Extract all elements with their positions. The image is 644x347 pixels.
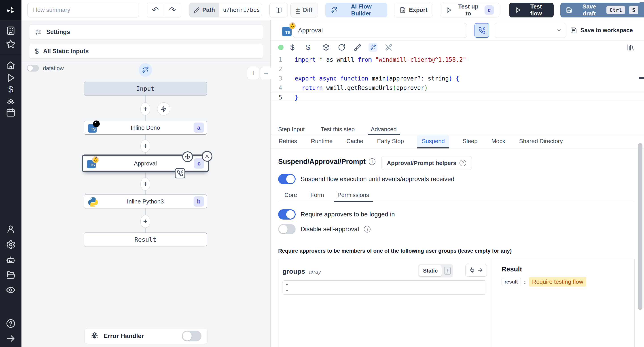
save-draft-button[interactable]: Save draft Ctrl S xyxy=(560,3,644,18)
docs-book-button[interactable] xyxy=(270,3,288,18)
schedules-calendar-icon[interactable] xyxy=(6,108,16,118)
graph-ai-wand-button[interactable] xyxy=(139,63,152,77)
graph-node-inline-python3[interactable]: Inline Python3 b xyxy=(84,194,207,208)
move-step-button[interactable] xyxy=(182,151,193,162)
static-mode-segment[interactable]: Static xyxy=(419,265,442,276)
ai-assistant-wand-icon[interactable] xyxy=(368,43,378,52)
runs-play-icon[interactable] xyxy=(6,73,16,83)
code-editor[interactable]: 1import * as wmill from "windmill-client… xyxy=(270,54,644,124)
tab-sleep[interactable]: Sleep xyxy=(462,135,478,148)
tab-suspend[interactable]: Suspend xyxy=(417,135,449,148)
delete-step-button[interactable] xyxy=(202,151,212,162)
workers-robot-icon[interactable] xyxy=(6,255,16,265)
diff-button[interactable]: ± Diff xyxy=(290,3,318,18)
dataflow-toggle-row: dataflow xyxy=(27,65,64,72)
error-handler-card[interactable]: Error Handler xyxy=(84,328,208,344)
approval-prompt-helpers-button[interactable]: Approval/Prompt helpers ? xyxy=(381,156,472,170)
all-static-inputs-button[interactable]: $ All Static Inputs xyxy=(29,44,263,58)
redo-button[interactable]: ↷ xyxy=(164,3,181,17)
save-to-workspace-button[interactable]: Save to workspace xyxy=(570,27,633,34)
connect-input-button[interactable] xyxy=(465,264,487,276)
tab-step-input[interactable]: Step Input xyxy=(278,124,305,135)
code-line[interactable]: 5} xyxy=(270,92,644,102)
code-line[interactable]: 3export async function main(approver?: s… xyxy=(270,74,644,83)
resources-boxes-icon[interactable] xyxy=(6,96,16,106)
tab-early-stop[interactable]: Early Stop xyxy=(376,135,404,148)
home-icon[interactable] xyxy=(6,60,16,70)
path-button[interactable]: Path xyxy=(190,3,219,17)
require-login-toggle[interactable] xyxy=(278,209,296,220)
library-icon[interactable] xyxy=(626,43,635,52)
flow-summary-input[interactable] xyxy=(27,3,139,18)
users-icon[interactable] xyxy=(6,224,16,234)
export-button[interactable]: Export xyxy=(394,3,433,18)
add-step-button[interactable] xyxy=(140,102,150,115)
collapse-chevrons-icon[interactable]: ⌃⌃ xyxy=(286,284,289,291)
resources-dollar-icon[interactable]: $ xyxy=(306,43,315,52)
reload-icon[interactable] xyxy=(337,43,346,52)
tab-shared-directory[interactable]: Shared Directory xyxy=(519,135,563,148)
undo-button[interactable]: ↶ xyxy=(147,3,164,17)
tab-mock[interactable]: Mock xyxy=(491,135,506,148)
disable-self-approval-toggle[interactable] xyxy=(278,224,296,234)
add-trigger-bolt-button[interactable] xyxy=(157,102,170,115)
tab-form[interactable]: Form xyxy=(310,188,324,202)
favorites-star-icon[interactable] xyxy=(6,39,16,49)
step-title-input[interactable] xyxy=(293,23,467,38)
expand-arrow-icon[interactable] xyxy=(6,334,16,344)
result-key-chip[interactable]: result xyxy=(502,278,521,286)
add-step-button[interactable] xyxy=(140,215,150,228)
tab-advanced[interactable]: Advanced xyxy=(371,124,397,135)
export-file-icon xyxy=(400,7,406,13)
audit-eye-icon[interactable] xyxy=(6,285,16,295)
javascript-mode-segment[interactable]: ƒ xyxy=(443,266,452,276)
settings-gear-icon[interactable] xyxy=(6,240,16,250)
suspend-flow-toggle[interactable] xyxy=(278,174,296,184)
code-line[interactable]: 2 xyxy=(270,64,644,74)
workspace-icon[interactable] xyxy=(6,26,16,36)
path-group[interactable]: Path u/henri/bes xyxy=(189,3,262,18)
code-line[interactable]: 4 return wmill.getResumeUrls(approver) xyxy=(270,83,644,92)
tab-core[interactable]: Core xyxy=(284,188,297,202)
error-handler-toggle[interactable] xyxy=(182,331,202,342)
topbar-overflow-button[interactable] xyxy=(638,2,644,18)
add-step-button[interactable] xyxy=(140,178,150,190)
test-flow-button[interactable]: Test flow xyxy=(509,3,554,18)
info-icon[interactable]: i xyxy=(364,226,370,232)
vertical-scrollbar-thumb[interactable] xyxy=(638,143,642,310)
graph-node-input[interactable]: Input xyxy=(84,82,207,96)
groups-array-input[interactable]: ⌃⌃ xyxy=(282,280,486,295)
flow-settings-button[interactable]: Settings xyxy=(29,24,263,39)
tab-permissions[interactable]: Permissions xyxy=(338,188,369,202)
groups-note: Require approvers to be members of one o… xyxy=(278,248,512,254)
suspend-phone-button[interactable] xyxy=(474,23,489,38)
variables-dollar-icon[interactable]: $ xyxy=(290,43,299,52)
package-icon[interactable] xyxy=(322,43,330,52)
windmill-logo[interactable] xyxy=(0,0,22,20)
tab-retries[interactable]: Retries xyxy=(278,135,298,148)
folders-icon[interactable] xyxy=(6,270,16,280)
dataflow-toggle[interactable] xyxy=(27,65,39,72)
path-value[interactable]: u/henri/bes xyxy=(219,3,262,17)
graph-node-result[interactable]: Result xyxy=(84,232,207,246)
add-step-button[interactable] xyxy=(140,140,150,152)
info-icon[interactable]: i xyxy=(369,158,376,165)
groups-field-title: groups array xyxy=(282,268,321,275)
summary-kind-dropdown[interactable] xyxy=(495,23,566,38)
tab-test-this-step[interactable]: Test this step xyxy=(321,124,355,135)
suspend-section-tabs: Core Form Permissions xyxy=(278,188,634,202)
help-icon[interactable] xyxy=(6,318,16,328)
tab-runtime[interactable]: Runtime xyxy=(310,135,333,148)
variables-dollar-icon[interactable]: $ xyxy=(6,84,16,94)
kbd-ctrl: Ctrl xyxy=(606,6,625,14)
zoom-in-button[interactable]: + xyxy=(247,67,259,79)
tab-cache[interactable]: Cache xyxy=(346,135,364,148)
format-brush-icon[interactable] xyxy=(353,43,362,52)
zoom-out-button[interactable]: − xyxy=(260,67,272,79)
graph-node-inline-deno[interactable]: TS Inline Deno a xyxy=(84,121,207,134)
input-mode-toggle[interactable]: Static ƒ xyxy=(418,264,453,278)
wand-off-icon[interactable] xyxy=(384,43,393,52)
test-up-to-button[interactable]: Test up to c xyxy=(440,3,499,18)
ai-flow-builder-button[interactable]: AI Flow Builder xyxy=(325,3,387,18)
code-line[interactable]: 1import * as wmill from "windmill-client… xyxy=(270,55,644,64)
